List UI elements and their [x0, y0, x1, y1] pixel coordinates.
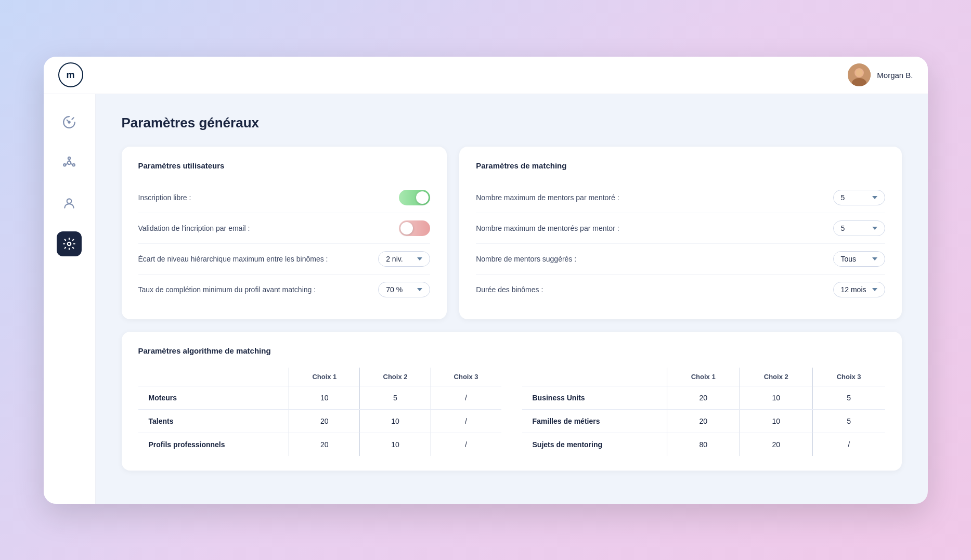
algo-params-card: Paramètres algorithme de matching Choix …	[122, 332, 902, 471]
sujets-c2: 20	[740, 433, 812, 456]
taux-completion-arrow	[417, 288, 422, 291]
taux-completion-dropdown[interactable]: 70 %	[378, 282, 430, 297]
top-header: m Morgan B.	[44, 57, 928, 94]
table-row: Moteurs 10 5 /	[138, 386, 501, 409]
sidebar-item-profile[interactable]	[57, 191, 82, 216]
inscription-libre-toggle[interactable]	[399, 190, 430, 205]
algo-right-table: Choix 1 Choix 2 Choix 3 Business Units 2…	[522, 368, 885, 456]
user-info: Morgan B.	[848, 63, 913, 86]
duree-binomes-value: 12 mois	[841, 285, 866, 294]
matching-params-title: Paramètres de matching	[476, 161, 885, 170]
validation-email-toggle[interactable]	[399, 220, 430, 236]
max-mentors-row: Nombre maximum de mentors par mentoré : …	[476, 183, 885, 213]
svg-point-13	[68, 242, 71, 245]
max-mentors-arrow	[872, 196, 877, 199]
right-header-choix3: Choix 3	[812, 368, 885, 386]
familles-c2: 10	[740, 409, 812, 433]
right-header-choix2: Choix 2	[740, 368, 812, 386]
profils-label: Profils professionnels	[138, 433, 289, 456]
duree-binomes-dropdown[interactable]: 12 mois	[833, 282, 885, 297]
mentors-suggeres-arrow	[872, 257, 877, 261]
sidebar-item-dashboard[interactable]	[57, 110, 82, 135]
page-title: Paramètres généraux	[122, 115, 902, 131]
duree-binomes-arrow	[872, 288, 877, 291]
business-units-c2: 10	[740, 386, 812, 409]
user-params-card: Paramètres utilisateurs Inscription libr…	[122, 147, 447, 319]
sidebar-item-network[interactable]	[57, 150, 82, 175]
left-header-choix2: Choix 2	[360, 368, 431, 386]
ecart-niveau-dropdown[interactable]: 2 niv.	[378, 251, 430, 267]
sujets-label: Sujets de mentoring	[522, 433, 667, 456]
ecart-niveau-label: Écart de niveau hiérarchique maximum ent…	[138, 255, 328, 263]
mentors-suggeres-row: Nombre de mentors suggérés : Tous	[476, 244, 885, 275]
mentors-suggeres-value: Tous	[841, 255, 857, 263]
algo-params-title: Paramètres algorithme de matching	[138, 346, 885, 355]
max-mentors-dropdown[interactable]: 5	[833, 190, 885, 205]
max-mentores-row: Nombre maximum de mentorés par mentor : …	[476, 213, 885, 244]
moteurs-c3: /	[431, 386, 501, 409]
svg-point-12	[67, 199, 72, 203]
talents-c1: 20	[289, 409, 360, 433]
right-header-label	[522, 368, 667, 386]
talents-c3: /	[431, 409, 501, 433]
left-header-label	[138, 368, 289, 386]
avatar	[848, 63, 871, 86]
ecart-niveau-row: Écart de niveau hiérarchique maximum ent…	[138, 244, 431, 275]
profils-c1: 20	[289, 433, 360, 456]
mentors-suggeres-dropdown[interactable]: Tous	[833, 251, 885, 267]
table-row: Familles de métiers 20 10 5	[522, 409, 885, 433]
left-header-choix3: Choix 3	[431, 368, 501, 386]
svg-line-10	[71, 163, 73, 164]
app-frame: m Morgan B.	[44, 57, 928, 504]
main-area: Paramètres généraux Paramètres utilisate…	[44, 94, 928, 504]
talents-label: Talents	[138, 409, 289, 433]
table-row: Profils professionnels 20 10 /	[138, 433, 501, 456]
familles-c3: 5	[812, 409, 885, 433]
matching-params-card: Paramètres de matching Nombre maximum de…	[459, 147, 901, 319]
sujets-c3: /	[812, 433, 885, 456]
sujets-c1: 80	[667, 433, 740, 456]
taux-completion-label: Taux de complétion minimum du profil ava…	[138, 285, 316, 294]
moteurs-label: Moteurs	[138, 386, 289, 409]
inscription-libre-row: Inscription libre :	[138, 183, 431, 213]
validation-email-row: Validation de l'incription par email :	[138, 213, 431, 244]
app-logo: m	[58, 62, 83, 87]
sidebar-item-settings[interactable]	[57, 231, 82, 256]
profils-c3: /	[431, 433, 501, 456]
business-units-c1: 20	[667, 386, 740, 409]
sidebar	[44, 94, 96, 504]
profils-c2: 10	[360, 433, 431, 456]
business-units-label: Business Units	[522, 386, 667, 409]
familles-c1: 20	[667, 409, 740, 433]
user-params-title: Paramètres utilisateurs	[138, 161, 431, 170]
left-header-choix1: Choix 1	[289, 368, 360, 386]
table-row: Sujets de mentoring 80 20 /	[522, 433, 885, 456]
business-units-c3: 5	[812, 386, 885, 409]
moteurs-c2: 5	[360, 386, 431, 409]
max-mentores-dropdown[interactable]: 5	[833, 220, 885, 236]
logo-text: m	[66, 70, 74, 81]
max-mentors-value: 5	[841, 193, 845, 202]
algo-tables-container: Choix 1 Choix 2 Choix 3 Moteurs 10 5 /	[138, 368, 885, 456]
mentors-suggeres-label: Nombre de mentors suggérés :	[476, 255, 576, 263]
table-row: Business Units 20 10 5	[522, 386, 885, 409]
taux-completion-value: 70 %	[386, 285, 403, 294]
taux-completion-row: Taux de complétion minimum du profil ava…	[138, 275, 431, 305]
algo-left-table: Choix 1 Choix 2 Choix 3 Moteurs 10 5 /	[138, 368, 501, 456]
ecart-niveau-arrow	[417, 257, 422, 261]
duree-binomes-label: Durée des binômes :	[476, 285, 543, 294]
familles-label: Familles de métiers	[522, 409, 667, 433]
content-area: Paramètres généraux Paramètres utilisate…	[96, 94, 928, 504]
user-name-label: Morgan B.	[877, 71, 913, 80]
max-mentores-arrow	[872, 227, 877, 230]
right-header-choix1: Choix 1	[667, 368, 740, 386]
max-mentors-label: Nombre maximum de mentors par mentoré :	[476, 193, 619, 202]
table-row: Talents 20 10 /	[138, 409, 501, 433]
svg-point-4	[68, 121, 70, 123]
top-cards-row: Paramètres utilisateurs Inscription libr…	[122, 147, 902, 319]
ecart-niveau-value: 2 niv.	[386, 255, 403, 263]
validation-email-label: Validation de l'incription par email :	[138, 224, 250, 232]
max-mentores-value: 5	[841, 224, 845, 232]
duree-binomes-row: Durée des binômes : 12 mois	[476, 275, 885, 305]
moteurs-c1: 10	[289, 386, 360, 409]
